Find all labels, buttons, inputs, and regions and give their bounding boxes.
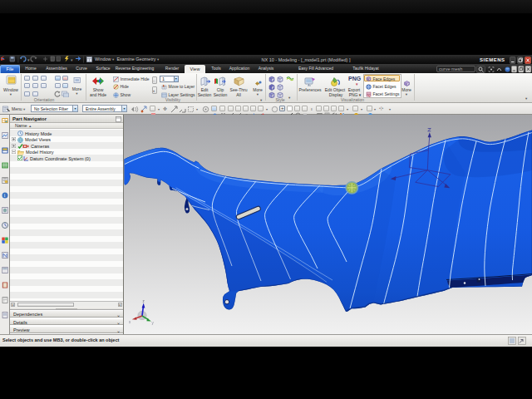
- svg-text:▾: ▾: [27, 57, 30, 62]
- svg-text:▾: ▾: [71, 57, 73, 62]
